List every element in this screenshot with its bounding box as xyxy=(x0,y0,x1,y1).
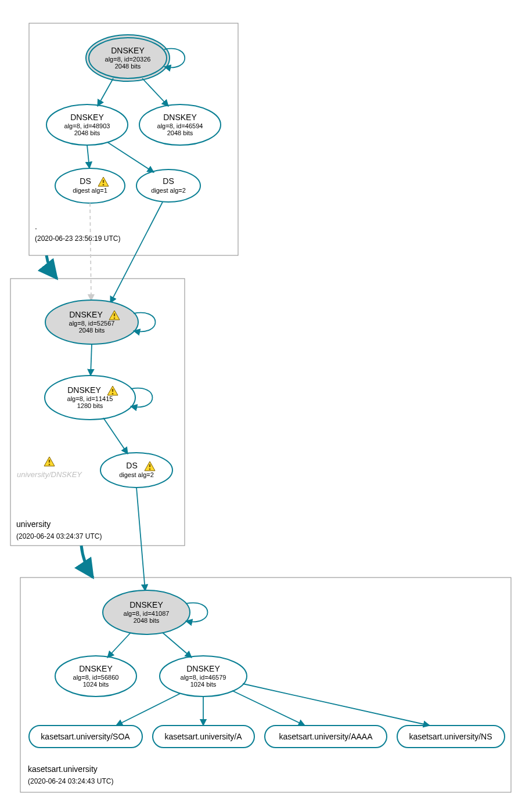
edge-rootksk-zsk2 xyxy=(142,78,168,106)
svg-text:digest alg=2: digest alg=2 xyxy=(151,187,186,194)
zone-kasetsart-label: kasetsart.university xyxy=(28,764,98,774)
svg-text:kasetsart.university/SOA: kasetsart.university/SOA xyxy=(41,732,130,741)
svg-text:DNSKEY: DNSKEY xyxy=(163,113,197,122)
svg-text:DNSKEY: DNSKEY xyxy=(129,600,163,609)
node-university-ksk[interactable]: DNSKEY alg=8, id=52567 2048 bits xyxy=(45,300,138,344)
edge-ds1-uniksk xyxy=(90,203,91,301)
svg-text:kasetsart.university/A: kasetsart.university/A xyxy=(164,732,242,741)
node-root-ds1[interactable]: DS digest alg=1 xyxy=(55,168,125,203)
rr-ns[interactable]: kasetsart.university/NS xyxy=(397,726,505,748)
svg-text:DNSKEY: DNSKEY xyxy=(111,46,145,55)
warning-icon xyxy=(44,457,55,466)
node-root-zsk-46594[interactable]: DNSKEY alg=8, id=46594 2048 bits xyxy=(139,104,221,145)
edge-uniksk-unizsk xyxy=(91,344,92,376)
edge-kasksk-zsk2 xyxy=(163,633,192,658)
edge-zsk1-ds2 xyxy=(107,142,154,172)
node-kasetsart-zsk-56860[interactable]: DNSKEY alg=8, id=56860 1024 bits xyxy=(55,656,136,696)
edge-rootksk-zsk1 xyxy=(98,78,113,106)
node-root-ds2[interactable]: DS digest alg=2 xyxy=(136,169,200,202)
dnssec-graph: . (2020-06-23 23:56:19 UTC) DNSKEY alg=8… xyxy=(0,0,529,812)
svg-text:2048 bits: 2048 bits xyxy=(79,327,105,334)
zone-root-label: . xyxy=(35,222,37,231)
svg-text:alg=8, id=46594: alg=8, id=46594 xyxy=(157,122,203,129)
edge-zsk2-ns xyxy=(243,684,430,726)
edge-zsk2-aaaa xyxy=(232,691,305,726)
svg-text:1280 bits: 1280 bits xyxy=(77,402,103,409)
node-root-zsk-48903[interactable]: DNSKEY alg=8, id=48903 2048 bits xyxy=(46,104,128,145)
rr-aaaa[interactable]: kasetsart.university/AAAA xyxy=(265,726,387,748)
edge-root-to-university xyxy=(46,255,57,279)
edge-university-to-kasetsart xyxy=(81,546,93,578)
zone-university-label: university xyxy=(16,519,51,529)
rr-soa[interactable]: kasetsart.university/SOA xyxy=(29,726,142,748)
svg-text:DS: DS xyxy=(163,176,174,186)
zone-university-timestamp: (2020-06-24 03:24:37 UTC) xyxy=(16,532,102,540)
svg-text:1024 bits: 1024 bits xyxy=(190,681,217,688)
edge-unizsk-unids xyxy=(103,418,128,454)
node-university-zsk[interactable]: DNSKEY alg=8, id=11415 1280 bits xyxy=(45,376,135,420)
edge-zsk1-ds1 xyxy=(87,145,89,168)
svg-text:2048 bits: 2048 bits xyxy=(74,129,100,136)
svg-text:alg=8, id=48903: alg=8, id=48903 xyxy=(64,122,110,129)
svg-text:kasetsart.university/AAAA: kasetsart.university/AAAA xyxy=(279,732,373,741)
edge-ds2-uniksk xyxy=(110,202,163,303)
svg-text:1024 bits: 1024 bits xyxy=(83,681,109,688)
svg-point-18 xyxy=(136,169,200,202)
svg-point-30 xyxy=(100,453,172,488)
svg-text:digest alg=1: digest alg=1 xyxy=(73,187,107,194)
zone-kasetsart-timestamp: (2020-06-24 03:24:43 UTC) xyxy=(28,777,113,785)
svg-text:DNSKEY: DNSKEY xyxy=(79,664,113,673)
zone-root-timestamp: (2020-06-23 23:56:19 UTC) xyxy=(35,234,120,243)
edge-kasksk-zsk1 xyxy=(107,633,131,658)
svg-text:university/DNSKEY: university/DNSKEY xyxy=(17,470,82,479)
ghost-university-dnskey: university/DNSKEY xyxy=(17,457,82,479)
svg-text:alg=8, id=56860: alg=8, id=56860 xyxy=(73,674,119,681)
svg-text:DNSKEY: DNSKEY xyxy=(70,113,104,122)
svg-text:DS: DS xyxy=(80,176,91,186)
svg-text:alg=8, id=46579: alg=8, id=46579 xyxy=(181,674,226,681)
node-university-ds[interactable]: DS digest alg=2 xyxy=(100,453,172,488)
svg-text:DS: DS xyxy=(126,461,137,470)
node-kasetsart-ksk[interactable]: DNSKEY alg=8, id=41087 2048 bits xyxy=(103,590,190,634)
node-root-ksk[interactable]: DNSKEY alg=8, id=20326 2048 bits xyxy=(86,35,170,81)
svg-text:alg=8, id=41087: alg=8, id=41087 xyxy=(124,610,170,617)
svg-text:digest alg=2: digest alg=2 xyxy=(119,471,154,478)
svg-point-15 xyxy=(55,168,125,203)
svg-text:alg=8, id=52567: alg=8, id=52567 xyxy=(69,320,115,327)
edge-unids-kasksk xyxy=(136,488,145,591)
svg-text:DNSKEY: DNSKEY xyxy=(186,664,220,673)
svg-text:DNSKEY: DNSKEY xyxy=(69,310,103,319)
svg-text:2048 bits: 2048 bits xyxy=(115,63,141,70)
svg-text:DNSKEY: DNSKEY xyxy=(67,385,101,395)
node-kasetsart-zsk-46579[interactable]: DNSKEY alg=8, id=46579 1024 bits xyxy=(160,656,247,696)
svg-text:2048 bits: 2048 bits xyxy=(134,617,160,624)
svg-text:2048 bits: 2048 bits xyxy=(167,129,193,136)
svg-text:alg=8, id=11415: alg=8, id=11415 xyxy=(67,395,113,402)
svg-text:alg=8, id=20326: alg=8, id=20326 xyxy=(105,56,151,63)
svg-text:kasetsart.university/NS: kasetsart.university/NS xyxy=(409,732,492,741)
rr-a[interactable]: kasetsart.university/A xyxy=(153,726,254,748)
edge-zsk2-soa xyxy=(116,694,180,726)
